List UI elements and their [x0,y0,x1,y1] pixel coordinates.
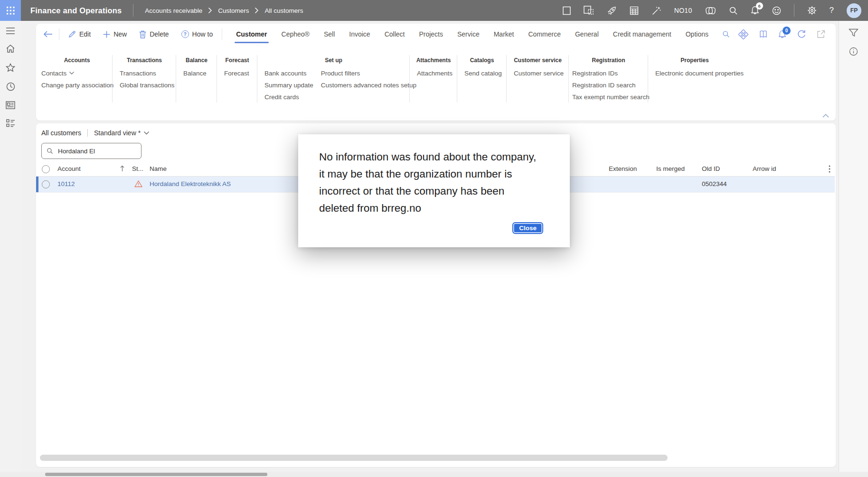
rocket-icon[interactable] [607,6,617,16]
tab-service[interactable]: Service [450,24,487,45]
chevron-down-icon [144,131,149,135]
select-all-radio[interactable] [42,165,50,173]
browser-scrollbar-thumb[interactable] [45,473,267,476]
collapse-ribbon-chevron-up-icon[interactable] [822,114,829,118]
ribbon-group-customer-service: Customer service Customer service [507,45,569,121]
ribbon-group-attachments: Attachments Attachments [410,45,457,121]
credit-cards-button[interactable]: Credit cards [264,93,313,101]
delete-button[interactable]: Delete [133,24,175,45]
recent-clock-icon[interactable] [6,82,15,91]
tab-cepheo[interactable]: Cepheo® [274,24,317,45]
notifications-bell-icon[interactable]: 6 [751,6,759,15]
top-navbar: Finance and Operations Accounts receivab… [0,0,868,21]
column-header-name[interactable]: Name [150,165,167,172]
fullscreen-icon[interactable] [563,6,571,15]
tab-customer[interactable]: Customer [229,24,274,45]
help-icon[interactable]: ? [830,6,834,15]
ribbon-group-registration: Registration Registration IDs Registrati… [569,45,648,121]
row-radio[interactable] [42,180,50,188]
column-header-is-merged[interactable]: Is merged [656,165,685,172]
customer-service-button[interactable]: Customer service [514,69,564,77]
back-arrow-icon[interactable] [40,26,56,42]
book-icon[interactable] [759,30,768,39]
bank-accounts-button[interactable]: Bank accounts [264,69,313,77]
tab-search-icon[interactable] [716,30,736,38]
feedback-smiley-icon[interactable] [772,6,781,15]
edit-button[interactable]: Edit [62,24,97,45]
wand-icon[interactable] [651,6,661,16]
tab-options[interactable]: Options [679,24,716,45]
old-id-cell: 0502344 [702,180,727,187]
breadcrumb-item[interactable]: Customers [218,7,249,14]
how-to-label: How to [192,30,213,38]
home-icon[interactable] [6,44,15,53]
registration-id-search-button[interactable]: Registration ID search [572,81,650,89]
calculator-icon[interactable] [630,6,639,15]
balance-button[interactable]: Balance [183,69,207,77]
tab-market[interactable]: Market [487,24,521,45]
row-selection-accent [36,177,38,192]
search-input[interactable] [57,147,133,155]
column-header-old-id[interactable]: Old ID [702,165,720,172]
tab-projects[interactable]: Projects [412,24,450,45]
tab-invoice[interactable]: Invoice [342,24,377,45]
change-party-association-button[interactable]: Change party association [41,81,113,89]
electronic-document-properties-button[interactable]: Electronic document properties [655,69,744,77]
copilot-icon[interactable] [705,6,716,15]
attachments-button[interactable]: Attachments [417,69,453,77]
new-label: New [113,30,127,38]
tab-credit-management[interactable]: Credit management [606,24,679,45]
column-header-account[interactable]: Account [57,165,81,172]
app-launcher-waffle-icon[interactable] [0,0,21,21]
send-catalog-button[interactable]: Send catalog [464,69,502,77]
breadcrumb-item[interactable]: Accounts receivable [145,7,202,14]
transactions-button[interactable]: Transactions [120,69,175,77]
app-title[interactable]: Finance and Operations [30,6,122,15]
tab-commerce[interactable]: Commerce [521,24,567,45]
divider [59,28,59,40]
sort-ascending-icon [120,165,124,172]
product-filters-button[interactable]: Product filters [321,69,416,77]
refresh-icon[interactable] [797,29,806,39]
workspaces-icon[interactable] [6,101,15,109]
tax-exempt-number-search-button[interactable]: Tax exempt number search [572,93,650,101]
account-link[interactable]: 10112 [57,180,75,187]
new-button[interactable]: New [97,24,133,45]
filter-funnel-icon[interactable] [849,28,859,37]
ribbon-group-balance: Balance Balance [176,45,217,121]
view-selector[interactable]: Standard view * [94,129,149,137]
customer-name-link[interactable]: Hordaland Elektroteknikk AS [150,180,231,187]
grid-horizontal-scrollbar[interactable] [40,455,668,461]
apps-diamond-icon[interactable] [738,29,748,39]
tab-general[interactable]: General [568,24,606,45]
column-header-arrow-id[interactable]: Arrow id [753,165,776,172]
close-button[interactable]: Close [512,222,543,234]
info-circle-icon[interactable] [849,47,858,56]
menu-hamburger-icon[interactable] [6,28,15,34]
favorites-star-icon[interactable] [6,63,15,72]
avatar[interactable]: FP [847,3,861,18]
column-header-status[interactable]: St... [132,165,143,172]
list-title: All customers [41,129,81,137]
ribbon-group-accounts: Accounts Contacts Change party associati… [41,45,113,121]
column-options-ellipsis-icon[interactable] [829,165,830,173]
modules-icon[interactable] [6,119,15,127]
how-to-button[interactable]: ? How to [175,24,219,45]
tab-collect[interactable]: Collect [377,24,412,45]
contacts-menu[interactable]: Contacts [41,69,113,77]
devices-icon[interactable] [584,6,594,15]
search-icon[interactable] [729,6,738,15]
breadcrumb-item[interactable]: All customers [264,7,303,14]
question-circle-icon: ? [181,30,189,38]
messages-bell-icon[interactable]: 0 [778,30,786,39]
registration-ids-button[interactable]: Registration IDs [572,69,650,77]
open-in-new-icon[interactable] [817,30,825,38]
customers-advanced-notes-setup-button[interactable]: Customers advanced notes setup [321,81,416,89]
environment-label[interactable]: NO10 [674,7,692,14]
tab-sell[interactable]: Sell [317,24,342,45]
global-transactions-button[interactable]: Global transactions [120,81,175,89]
column-header-extension[interactable]: Extension [609,165,637,172]
summary-update-button[interactable]: Summary update [264,81,313,89]
forecast-button[interactable]: Forecast [224,69,249,77]
settings-gear-icon[interactable] [807,6,817,15]
